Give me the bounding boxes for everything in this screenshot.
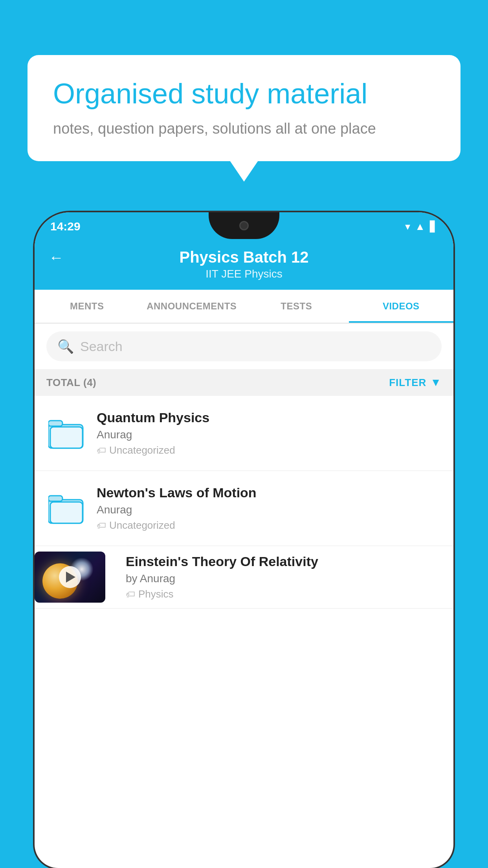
app-header: ← Physics Batch 12 IIT JEE Physics — [35, 241, 453, 290]
svg-rect-6 — [48, 496, 62, 501]
tag-icon-2: 🏷 — [126, 589, 135, 600]
search-icon: 🔍 — [57, 338, 74, 354]
filter-button[interactable]: FILTER ▼ — [389, 376, 442, 389]
video-title-2: Einstein's Theory Of Relativity — [126, 554, 446, 569]
video-author-0: Anurag — [97, 428, 442, 441]
list-item[interactable]: Einstein's Theory Of Relativity by Anura… — [35, 546, 453, 609]
speech-bubble-container: Organised study material notes, question… — [28, 55, 460, 161]
search-bar: 🔍 Search — [35, 324, 453, 369]
video-tag-0: 🏷 Uncategorized — [97, 444, 442, 456]
video-info-1: Newton's Laws of Motion Anurag 🏷 Uncateg… — [97, 485, 442, 531]
video-title-0: Quantum Physics — [97, 410, 442, 425]
video-author-1: Anurag — [97, 504, 442, 516]
camera-dot — [239, 221, 249, 230]
wifi-icon: ▾ — [405, 221, 410, 233]
video-tag-1: 🏷 Uncategorized — [97, 519, 442, 531]
video-list: Quantum Physics Anurag 🏷 Uncategorized — [35, 396, 453, 609]
tag-icon-0: 🏷 — [97, 445, 106, 456]
video-thumbnail-img-2 — [35, 552, 105, 603]
back-button[interactable]: ← — [49, 249, 64, 266]
filter-bar: TOTAL (4) FILTER ▼ — [35, 369, 453, 396]
list-item[interactable]: Quantum Physics Anurag 🏷 Uncategorized — [35, 396, 453, 471]
folder-icon-1 — [48, 493, 84, 524]
phone-frame: 14:29 ▾ ▲ ▋ ← Physics Batch 12 IIT JEE P… — [35, 212, 453, 868]
tag-text-1: Uncategorized — [109, 519, 175, 531]
tag-text-0: Uncategorized — [109, 444, 175, 456]
total-count: TOTAL (4) — [46, 377, 96, 389]
svg-rect-2 — [48, 421, 62, 426]
tab-tests[interactable]: TESTS — [244, 290, 349, 323]
svg-rect-3 — [50, 427, 83, 448]
tab-announcements[interactable]: ANNOUNCEMENTS — [139, 290, 244, 323]
status-icons: ▾ ▲ ▋ — [405, 221, 438, 233]
play-button-2[interactable] — [59, 566, 81, 588]
folder-icon-0 — [48, 417, 84, 449]
search-placeholder: Search — [80, 339, 123, 354]
speech-bubble: Organised study material notes, question… — [28, 55, 460, 161]
bubble-subtitle: notes, question papers, solutions all at… — [53, 118, 435, 139]
battery-icon: ▋ — [430, 221, 438, 233]
svg-rect-7 — [50, 502, 83, 523]
status-time: 14:29 — [50, 220, 81, 233]
list-item[interactable]: Newton's Laws of Motion Anurag 🏷 Uncateg… — [35, 471, 453, 546]
tag-text-2: Physics — [138, 588, 174, 600]
video-title-1: Newton's Laws of Motion — [97, 485, 442, 500]
phone-screen: 14:29 ▾ ▲ ▋ ← Physics Batch 12 IIT JEE P… — [35, 212, 453, 868]
tabs-bar: MENTS ANNOUNCEMENTS TESTS VIDEOS — [35, 290, 453, 324]
notch — [209, 212, 279, 239]
header-subtitle: IIT JEE Physics — [205, 268, 283, 280]
bubble-title: Organised study material — [53, 77, 435, 110]
status-bar: 14:29 ▾ ▲ ▋ — [35, 212, 453, 241]
video-info-2: Einstein's Theory Of Relativity by Anura… — [116, 546, 453, 608]
play-triangle-icon — [66, 572, 75, 583]
video-tag-2: 🏷 Physics — [126, 588, 446, 600]
video-thumb-1 — [46, 489, 86, 528]
filter-label: FILTER — [389, 377, 426, 389]
signal-icon: ▲ — [415, 221, 425, 233]
tag-icon-1: 🏷 — [97, 520, 106, 531]
video-thumb-0 — [46, 414, 86, 453]
tab-videos[interactable]: VIDEOS — [349, 290, 454, 323]
video-info-0: Quantum Physics Anurag 🏷 Uncategorized — [97, 410, 442, 456]
header-title: Physics Batch 12 — [179, 248, 308, 266]
video-author-2: by Anurag — [126, 572, 446, 585]
tab-ments[interactable]: MENTS — [35, 290, 139, 323]
filter-funnel-icon: ▼ — [430, 376, 442, 389]
search-input-wrapper[interactable]: 🔍 Search — [46, 331, 442, 361]
